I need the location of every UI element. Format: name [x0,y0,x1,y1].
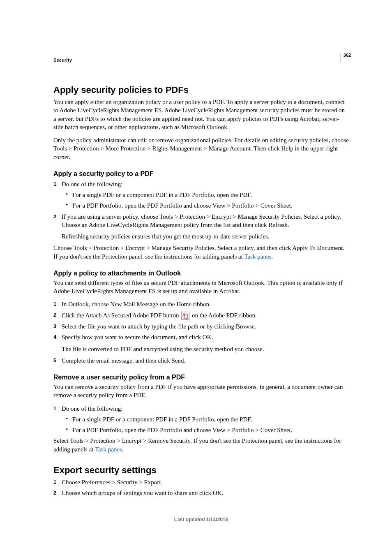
list-body: Choose Preferences > Security > Export. [62,478,349,486]
list-item: 1 Do one of the following: [53,405,349,413]
list-number: 1 [53,478,62,486]
list-body: Complete the email message, and then cli… [62,356,349,365]
bullet: • [66,426,72,434]
list-body: Choose which groups of settings you want… [62,489,349,497]
list-item: • For a single PDF or a component PDF in… [66,191,349,199]
list-body: Click the Attach As Secured Adobe PDF bu… [62,311,349,320]
list-item: • For a PDF Portfolio, open the PDF Port… [66,201,349,210]
list-item: 2 Click the Attach As Secured Adobe PDF … [53,311,349,320]
paragraph: Only the policy administrator can edit o… [53,136,349,161]
heading-apply-policy-outlook: Apply a policy to attachments in Outlook [53,270,349,277]
footer-last-updated: Last updated 1/14/2015 [53,517,349,523]
bullet: • [66,201,72,210]
heading-apply-policy-to-pdf: Apply a security policy to a PDF [53,170,349,178]
section-label: Security [53,58,349,62]
list-body: Specify how you want to secure the docum… [62,333,349,341]
list-item: • For a PDF Portfolio, open the PDF Port… [66,426,349,434]
page-number-container: 362 [341,53,351,62]
list-item: 3 Select the file you want to attach by … [53,322,349,331]
heading-export-security-settings: Export security settings [53,465,349,476]
task-panes-link[interactable]: Task panes [244,253,271,260]
list-body: For a PDF Portfolio, open the PDF Portfo… [72,201,349,210]
list-item: 1 In Outlook, choose New Mail Message on… [53,300,349,308]
paragraph: You can send different types of files as… [53,279,349,296]
list-body: Do one of the following: [62,405,349,413]
list-note: The file is converted to PDF and encrypt… [62,345,349,353]
list-item: 5 Complete the email message, and then c… [53,356,349,365]
list-number: 2 [53,213,62,229]
paragraph: You can remove a security policy from a … [53,383,349,400]
bullet: • [66,415,72,423]
list-item: 1 Choose Preferences > Security > Export… [53,478,349,486]
text: on the Adobe PDF ribbon. [190,312,257,319]
list-item: • For a single PDF or a component PDF in… [66,415,349,423]
text: Click the Attach As Secured Adobe PDF bu… [62,312,180,319]
paragraph: You can apply either an organization pol… [53,98,349,131]
task-panes-link[interactable]: Task panes [95,446,122,453]
list-number: 2 [53,489,62,497]
list-body: Select the file you want to attach by ty… [62,322,349,331]
bullet: • [66,191,72,199]
list-item: 2 Choose which groups of settings you wa… [53,489,349,497]
list-body: In Outlook, choose New Mail Message on t… [62,300,349,308]
list-body: For a single PDF or a component PDF in a… [72,191,349,199]
list-number: 1 [53,405,62,413]
list-number: 4 [53,333,62,341]
list-body: For a PDF Portfolio, open the PDF Portfo… [72,426,349,434]
list-number: 1 [53,180,62,188]
list-item: 1 Do one of the following: [53,180,349,188]
list-number: 1 [53,300,62,308]
heading-apply-security-policies: Apply security policies to PDFs [53,85,349,95]
page-number: 362 [344,53,351,58]
text: Choose Tools > Protection > Encrypt > Ma… [53,245,344,259]
list-number: 2 [53,311,62,320]
list-body: If you are using a server policy, choose… [62,213,349,229]
list-item: 2 If you are using a server policy, choo… [53,213,349,229]
list-note: Refreshing security policies ensures tha… [62,232,349,240]
list-number: 3 [53,322,62,331]
list-body: Do one of the following: [62,180,349,188]
paragraph: Choose Tools > Protection > Encrypt > Ma… [53,244,349,261]
list-number: 5 [53,356,62,365]
attach-secured-pdf-icon [181,312,189,320]
text: . [122,446,124,453]
paragraph: Select Tools > Protection > Encrypt > Re… [53,437,349,453]
text: . [271,253,273,260]
list-body: For a single PDF or a component PDF in a… [72,415,349,423]
page: 362 Security Apply security policies to … [0,0,392,547]
list-item: 4 Specify how you want to secure the doc… [53,333,349,341]
heading-remove-user-policy: Remove a user security policy from a PDF [53,374,349,381]
